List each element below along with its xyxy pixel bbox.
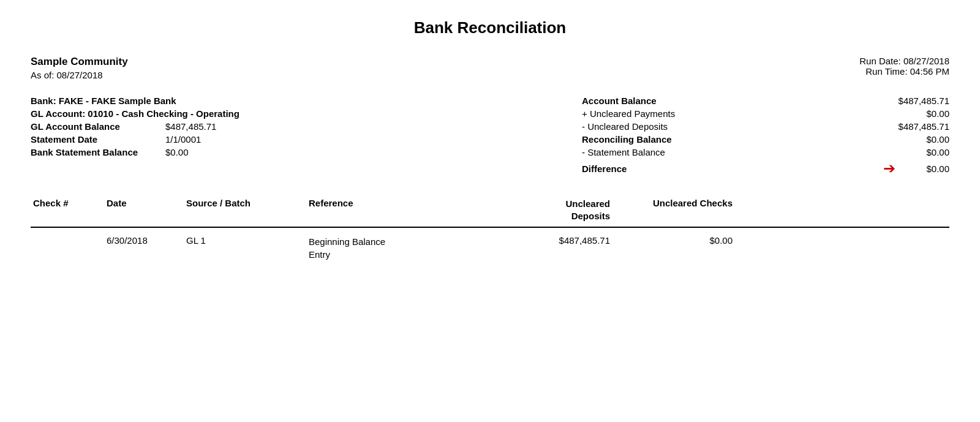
- col-uncleared-checks: Uncleared Checks: [612, 198, 735, 222]
- run-time-label: Run Time:: [865, 66, 907, 77]
- statement-date-value: 1/1/0001: [165, 134, 201, 145]
- bank-statement-label: Bank Statement Balance: [31, 147, 165, 157]
- col-uncleared-deposits: UnclearedDeposits: [502, 198, 612, 222]
- as-of-date: 08/27/2018: [57, 70, 103, 80]
- uncleared-deposits-label: - Uncleared Deposits: [582, 121, 668, 132]
- cell-date: 6/30/2018: [104, 235, 184, 246]
- bank-label: Bank:: [31, 96, 56, 106]
- report-title: Bank Reconciliation: [31, 18, 949, 37]
- col-check-num: Check #: [31, 198, 104, 222]
- run-time-value: 04:56 PM: [910, 66, 949, 77]
- col-date: Date: [104, 198, 184, 222]
- cell-uncleared-checks: $0.00: [612, 235, 735, 246]
- info-left: Bank: FAKE - FAKE Sample Bank GL Account…: [31, 96, 276, 179]
- reconciling-balance-row: Reconciling Balance $0.00: [582, 134, 949, 145]
- reconciling-balance-value: $0.00: [876, 134, 949, 145]
- account-balance-label: Account Balance: [582, 96, 657, 106]
- table-row: 6/30/2018 GL 1 Beginning BalanceEntry $4…: [31, 233, 949, 263]
- header-right: Run Date: 08/27/2018 Run Time: 04:56 PM: [859, 56, 949, 80]
- difference-label: Difference: [582, 164, 627, 174]
- run-date-label: Run Date:: [859, 56, 901, 66]
- arrow-container: ➔ $0.00: [651, 160, 949, 177]
- col-reference: Reference: [306, 198, 502, 222]
- statement-balance-value: $0.00: [876, 147, 949, 157]
- info-section: Bank: FAKE - FAKE Sample Bank GL Account…: [31, 96, 949, 179]
- bank-statement-row: Bank Statement Balance $0.00: [31, 147, 276, 157]
- bank-row: Bank: FAKE - FAKE Sample Bank: [31, 96, 276, 106]
- bank-statement-value: $0.00: [165, 147, 189, 157]
- community-name: Sample Community: [31, 56, 128, 68]
- cell-uncleared-deposits: $487,485.71: [502, 235, 612, 246]
- as-of-label: As of:: [31, 70, 54, 80]
- run-date-line: Run Date: 08/27/2018: [859, 56, 949, 66]
- reconciling-balance-label: Reconciling Balance: [582, 134, 672, 145]
- gl-account-row: GL Account: 01010 - Cash Checking - Oper…: [31, 108, 276, 119]
- statement-balance-row: - Statement Balance $0.00: [582, 147, 949, 157]
- run-time-line: Run Time: 04:56 PM: [859, 66, 949, 77]
- gl-account-label: GL Account:: [31, 108, 85, 119]
- gl-balance-row: GL Account Balance $487,485.71: [31, 121, 276, 132]
- uncleared-payments-value: $0.00: [876, 108, 949, 119]
- col-source-batch: Source / Batch: [184, 198, 306, 222]
- balance-section: Account Balance $487,485.71 + Uncleared …: [582, 96, 949, 179]
- statement-date-row: Statement Date 1/1/0001: [31, 134, 276, 145]
- report-container: Bank Reconciliation Sample Community As …: [31, 18, 949, 263]
- run-date-value: 08/27/2018: [903, 56, 949, 66]
- table-divider: [31, 227, 949, 228]
- header-section: Sample Community As of: 08/27/2018 Run D…: [31, 56, 949, 80]
- info-right: Account Balance $487,485.71 + Uncleared …: [300, 96, 949, 179]
- gl-account-value: 01010 - Cash Checking - Operating: [88, 108, 239, 119]
- uncleared-payments-label: + Uncleared Payments: [582, 108, 675, 119]
- gl-balance-label: GL Account Balance: [31, 121, 165, 132]
- uncleared-deposits-row: - Uncleared Deposits $487,485.71: [582, 121, 949, 132]
- red-arrow-icon: ➔: [883, 160, 895, 177]
- statement-balance-label: - Statement Balance: [582, 147, 665, 157]
- cell-reference: Beginning BalanceEntry: [306, 235, 502, 261]
- difference-row: Difference ➔ $0.00: [582, 160, 949, 177]
- account-balance-value: $487,485.71: [876, 96, 949, 106]
- account-balance-row: Account Balance $487,485.71: [582, 96, 949, 106]
- table-section: Check # Date Source / Batch Reference Un…: [31, 198, 949, 263]
- statement-date-label: Statement Date: [31, 134, 165, 145]
- table-header: Check # Date Source / Batch Reference Un…: [31, 198, 949, 227]
- cell-source-batch: GL 1: [184, 235, 306, 246]
- bank-value: FAKE - FAKE Sample Bank: [59, 96, 176, 106]
- header-left: Sample Community As of: 08/27/2018: [31, 56, 128, 80]
- uncleared-payments-row: + Uncleared Payments $0.00: [582, 108, 949, 119]
- as-of-line: As of: 08/27/2018: [31, 70, 128, 80]
- difference-value: $0.00: [900, 164, 949, 174]
- gl-balance-value: $487,485.71: [165, 121, 216, 132]
- uncleared-deposits-value: $487,485.71: [876, 121, 949, 132]
